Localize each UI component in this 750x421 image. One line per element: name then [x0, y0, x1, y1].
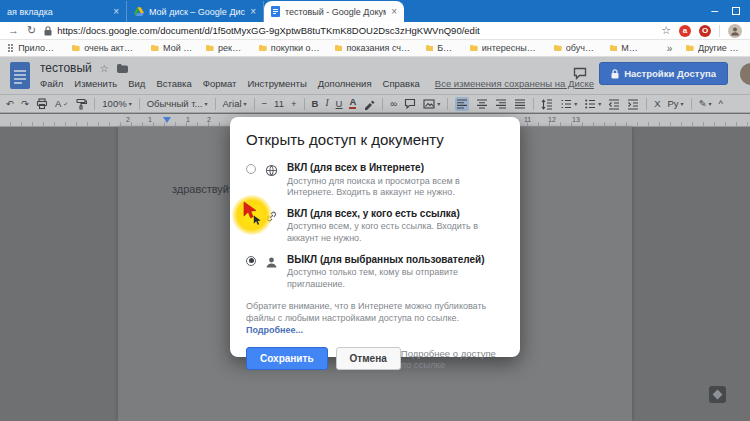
menu-addons[interactable]: Дополнения	[318, 78, 372, 89]
radio-button-selected[interactable]	[246, 256, 256, 266]
forward-icon[interactable]: →	[8, 25, 19, 36]
italic-button[interactable]: I	[325, 99, 328, 109]
extension-icon-adblock[interactable]: a	[679, 25, 691, 37]
font-select[interactable]: Arial▾	[223, 99, 247, 109]
chevron-down-icon: ▾	[598, 101, 601, 107]
input-tools-button[interactable]: Ру▾	[668, 99, 684, 109]
option-description: Доступно только тем, кому вы отправите п…	[287, 267, 504, 290]
bookmark-folder[interactable]: покупки онлайн	[259, 43, 321, 53]
align-justify-button[interactable]	[514, 98, 526, 110]
folder-icon	[426, 44, 434, 52]
menu-view[interactable]: Вид	[128, 78, 145, 89]
clear-formatting-button[interactable]: X	[654, 99, 660, 109]
menu-file[interactable]: Файл	[40, 78, 63, 89]
bookmark-other-bookmarks[interactable]: Другие закл...	[686, 43, 742, 53]
radio-button[interactable]	[246, 164, 256, 174]
indent-marker[interactable]	[163, 117, 171, 123]
bookmark-folder[interactable]: М/ЛМ	[610, 43, 639, 53]
spellcheck-icon[interactable]: A✓	[55, 99, 68, 109]
bookmark-folder[interactable]: Мой блог	[151, 43, 192, 53]
cancel-button[interactable]: Отмена	[336, 347, 401, 370]
undo-icon[interactable]: ↶	[6, 99, 14, 109]
apps-grid-icon	[8, 44, 14, 52]
close-tab-icon[interactable]: ×	[250, 6, 256, 17]
menu-tools[interactable]: Инструменты	[247, 78, 306, 89]
collapse-toolbar-button[interactable]: ^	[719, 99, 723, 109]
bulleted-list-button[interactable]: ▾	[584, 98, 601, 110]
extension-icon-round[interactable]: O	[699, 25, 711, 37]
menu-help[interactable]: Справка	[383, 78, 420, 89]
document-title[interactable]: тестовый	[40, 61, 92, 75]
chevron-down-icon: ▾	[437, 101, 440, 107]
bookmark-folder[interactable]: обучение	[554, 43, 596, 53]
menu-insert[interactable]: Вставка	[156, 78, 191, 89]
align-left-button[interactable]	[455, 97, 469, 111]
share-option-anyone-with-link[interactable]: ВКЛ (для всех, у кого есть ссылка) Досту…	[246, 208, 504, 245]
star-document-icon[interactable]: ☆	[100, 63, 109, 74]
docs-logo-icon[interactable]	[10, 62, 30, 89]
profile-avatar[interactable]	[728, 24, 742, 38]
bold-button[interactable]: B	[312, 99, 319, 109]
minimize-button[interactable]: –	[711, 6, 718, 16]
numbered-list-button[interactable]: ▾	[560, 98, 577, 110]
bookmark-apps[interactable]: Приложения	[8, 43, 58, 53]
bookmarks-overflow-icon[interactable]: »	[667, 43, 673, 54]
note-text: Обратите внимание, что в Интернете можно…	[246, 301, 486, 323]
redo-icon[interactable]: ↷	[21, 99, 29, 109]
address-bar[interactable]: https://docs.google.com/document/d/1f5ot…	[44, 25, 653, 36]
radio-button[interactable]	[246, 210, 256, 220]
paint-format-icon[interactable]	[75, 98, 87, 110]
bookmark-folder[interactable]: очень актуально	[72, 43, 137, 53]
bookmark-folder[interactable]: показания счетчик...	[335, 43, 412, 53]
align-right-button[interactable]	[495, 98, 507, 110]
zoom-select[interactable]: 100%▾	[102, 99, 131, 109]
align-center-button[interactable]	[476, 98, 488, 110]
account-avatar[interactable]	[740, 63, 750, 85]
font-size-value[interactable]: 11	[274, 99, 284, 109]
docs-header: тестовый ☆ Файл Изменить Вид Вставка Фор…	[0, 57, 750, 94]
saved-status-link[interactable]: Все изменения сохранены на Диске	[435, 78, 594, 89]
option-label: ВЫКЛ (для выбранных пользователей)	[287, 254, 504, 267]
link-sharing-details-link[interactable]: Подробнее о доступе по ссылке	[401, 348, 504, 370]
increase-indent-button[interactable]	[627, 98, 639, 110]
reload-icon[interactable]: ↻	[27, 25, 36, 36]
menu-format[interactable]: Формат	[203, 78, 237, 89]
folder-icon	[686, 44, 694, 52]
font-size-decrease-button[interactable]: −	[262, 99, 268, 109]
underline-button[interactable]: U	[336, 99, 343, 109]
tab-google-docs-active[interactable]: тестовый - Google Документы ×	[264, 1, 404, 22]
insert-image-icon[interactable]: ▾	[423, 98, 440, 110]
tab-google-drive[interactable]: Мой диск – Google Диск ×	[127, 1, 264, 22]
move-folder-icon[interactable]	[117, 64, 128, 73]
menu-edit[interactable]: Изменить	[74, 78, 117, 89]
paragraph-styles-select[interactable]: Обычный т...▾	[147, 99, 208, 109]
share-button[interactable]: Настройки Доступа	[599, 62, 728, 85]
save-button[interactable]: Сохранить	[246, 347, 328, 370]
decrease-indent-button[interactable]	[608, 98, 620, 110]
share-option-public[interactable]: ВКЛ (для всех в Интернете) Доступно для …	[246, 162, 504, 199]
text-color-button[interactable]: A	[349, 98, 356, 109]
maximize-button[interactable]	[732, 7, 740, 15]
bookmark-folder[interactable]: Банки	[426, 43, 456, 53]
highlight-color-button[interactable]	[363, 98, 375, 110]
font-size-increase-button[interactable]: +	[291, 99, 297, 109]
close-tab-icon[interactable]: ×	[113, 6, 119, 17]
ruler-number: 12	[548, 116, 556, 123]
tab-new-tab[interactable]: ая вкладка ×	[0, 1, 127, 22]
insert-link-icon[interactable]: ∞	[390, 99, 397, 109]
folder-icon	[72, 44, 80, 52]
option-description: Доступно всем, у кого есть ссылка. Входи…	[287, 221, 504, 244]
comments-icon[interactable]	[573, 67, 587, 80]
bookmark-folder[interactable]: реклама	[206, 43, 245, 53]
learn-more-link[interactable]: Подробнее...	[246, 325, 303, 335]
bookmark-star-icon[interactable]: ☆	[661, 24, 671, 37]
editing-mode-button[interactable]: ✎▾	[699, 99, 712, 109]
explore-button[interactable]	[709, 386, 726, 403]
bookmark-folder[interactable]: интересные блоги	[470, 43, 540, 53]
insert-comment-icon[interactable]	[404, 98, 416, 110]
print-icon[interactable]	[36, 98, 48, 110]
close-tab-icon[interactable]: ×	[391, 6, 397, 17]
share-option-specific-people[interactable]: ВЫКЛ (для выбранных пользователей) Досту…	[246, 254, 504, 291]
browser-window: ая вкладка × Мой диск – Google Диск × те…	[0, 0, 750, 421]
line-spacing-button[interactable]	[541, 98, 553, 110]
